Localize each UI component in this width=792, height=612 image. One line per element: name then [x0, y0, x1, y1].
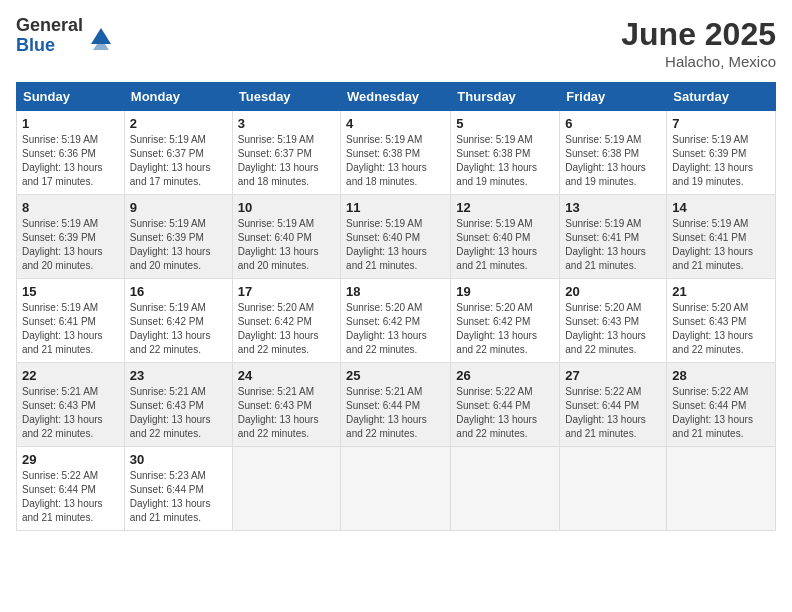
- day-number: 30: [130, 452, 227, 467]
- day-info: Sunrise: 5:19 AM Sunset: 6:42 PM Dayligh…: [130, 301, 227, 357]
- calendar-cell: 26Sunrise: 5:22 AM Sunset: 6:44 PM Dayli…: [451, 363, 560, 447]
- calendar-cell: 17Sunrise: 5:20 AM Sunset: 6:42 PM Dayli…: [232, 279, 340, 363]
- calendar-header-row: SundayMondayTuesdayWednesdayThursdayFrid…: [17, 83, 776, 111]
- calendar-week-row: 1Sunrise: 5:19 AM Sunset: 6:36 PM Daylig…: [17, 111, 776, 195]
- calendar-header-saturday: Saturday: [667, 83, 776, 111]
- calendar-cell: 12Sunrise: 5:19 AM Sunset: 6:40 PM Dayli…: [451, 195, 560, 279]
- calendar-cell: 16Sunrise: 5:19 AM Sunset: 6:42 PM Dayli…: [124, 279, 232, 363]
- calendar-cell: 3Sunrise: 5:19 AM Sunset: 6:37 PM Daylig…: [232, 111, 340, 195]
- day-info: Sunrise: 5:19 AM Sunset: 6:41 PM Dayligh…: [672, 217, 770, 273]
- calendar-cell: 13Sunrise: 5:19 AM Sunset: 6:41 PM Dayli…: [560, 195, 667, 279]
- day-number: 3: [238, 116, 335, 131]
- day-info: Sunrise: 5:20 AM Sunset: 6:42 PM Dayligh…: [238, 301, 335, 357]
- calendar-cell: 9Sunrise: 5:19 AM Sunset: 6:39 PM Daylig…: [124, 195, 232, 279]
- day-info: Sunrise: 5:23 AM Sunset: 6:44 PM Dayligh…: [130, 469, 227, 525]
- calendar-cell: [341, 447, 451, 531]
- day-info: Sunrise: 5:19 AM Sunset: 6:37 PM Dayligh…: [130, 133, 227, 189]
- calendar-cell: 8Sunrise: 5:19 AM Sunset: 6:39 PM Daylig…: [17, 195, 125, 279]
- day-number: 1: [22, 116, 119, 131]
- day-info: Sunrise: 5:21 AM Sunset: 6:43 PM Dayligh…: [130, 385, 227, 441]
- calendar-cell: 10Sunrise: 5:19 AM Sunset: 6:40 PM Dayli…: [232, 195, 340, 279]
- day-number: 21: [672, 284, 770, 299]
- day-number: 6: [565, 116, 661, 131]
- day-number: 18: [346, 284, 445, 299]
- calendar-cell: 11Sunrise: 5:19 AM Sunset: 6:40 PM Dayli…: [341, 195, 451, 279]
- calendar-cell: 27Sunrise: 5:22 AM Sunset: 6:44 PM Dayli…: [560, 363, 667, 447]
- day-info: Sunrise: 5:19 AM Sunset: 6:40 PM Dayligh…: [346, 217, 445, 273]
- day-number: 26: [456, 368, 554, 383]
- calendar-cell: [667, 447, 776, 531]
- day-number: 9: [130, 200, 227, 215]
- calendar-week-row: 8Sunrise: 5:19 AM Sunset: 6:39 PM Daylig…: [17, 195, 776, 279]
- calendar-cell: [232, 447, 340, 531]
- day-number: 14: [672, 200, 770, 215]
- title-block: June 2025 Halacho, Mexico: [621, 16, 776, 70]
- day-info: Sunrise: 5:19 AM Sunset: 6:40 PM Dayligh…: [456, 217, 554, 273]
- day-info: Sunrise: 5:22 AM Sunset: 6:44 PM Dayligh…: [565, 385, 661, 441]
- day-number: 15: [22, 284, 119, 299]
- day-number: 28: [672, 368, 770, 383]
- calendar-cell: 15Sunrise: 5:19 AM Sunset: 6:41 PM Dayli…: [17, 279, 125, 363]
- day-info: Sunrise: 5:19 AM Sunset: 6:41 PM Dayligh…: [22, 301, 119, 357]
- day-info: Sunrise: 5:19 AM Sunset: 6:38 PM Dayligh…: [565, 133, 661, 189]
- calendar-week-row: 29Sunrise: 5:22 AM Sunset: 6:44 PM Dayli…: [17, 447, 776, 531]
- calendar-cell: 6Sunrise: 5:19 AM Sunset: 6:38 PM Daylig…: [560, 111, 667, 195]
- day-number: 8: [22, 200, 119, 215]
- calendar-cell: 20Sunrise: 5:20 AM Sunset: 6:43 PM Dayli…: [560, 279, 667, 363]
- day-number: 19: [456, 284, 554, 299]
- day-info: Sunrise: 5:19 AM Sunset: 6:36 PM Dayligh…: [22, 133, 119, 189]
- calendar-week-row: 22Sunrise: 5:21 AM Sunset: 6:43 PM Dayli…: [17, 363, 776, 447]
- calendar-cell: 18Sunrise: 5:20 AM Sunset: 6:42 PM Dayli…: [341, 279, 451, 363]
- day-info: Sunrise: 5:19 AM Sunset: 6:39 PM Dayligh…: [130, 217, 227, 273]
- day-number: 20: [565, 284, 661, 299]
- day-info: Sunrise: 5:22 AM Sunset: 6:44 PM Dayligh…: [22, 469, 119, 525]
- calendar-cell: 14Sunrise: 5:19 AM Sunset: 6:41 PM Dayli…: [667, 195, 776, 279]
- day-info: Sunrise: 5:21 AM Sunset: 6:43 PM Dayligh…: [238, 385, 335, 441]
- calendar-cell: [560, 447, 667, 531]
- day-info: Sunrise: 5:20 AM Sunset: 6:42 PM Dayligh…: [346, 301, 445, 357]
- day-number: 11: [346, 200, 445, 215]
- day-number: 2: [130, 116, 227, 131]
- day-number: 22: [22, 368, 119, 383]
- month-title: June 2025: [621, 16, 776, 53]
- calendar-cell: 25Sunrise: 5:21 AM Sunset: 6:44 PM Dayli…: [341, 363, 451, 447]
- calendar-cell: 28Sunrise: 5:22 AM Sunset: 6:44 PM Dayli…: [667, 363, 776, 447]
- day-info: Sunrise: 5:19 AM Sunset: 6:39 PM Dayligh…: [22, 217, 119, 273]
- calendar-header-tuesday: Tuesday: [232, 83, 340, 111]
- day-number: 4: [346, 116, 445, 131]
- day-info: Sunrise: 5:19 AM Sunset: 6:37 PM Dayligh…: [238, 133, 335, 189]
- day-info: Sunrise: 5:19 AM Sunset: 6:39 PM Dayligh…: [672, 133, 770, 189]
- day-info: Sunrise: 5:21 AM Sunset: 6:44 PM Dayligh…: [346, 385, 445, 441]
- day-info: Sunrise: 5:20 AM Sunset: 6:42 PM Dayligh…: [456, 301, 554, 357]
- calendar-cell: 5Sunrise: 5:19 AM Sunset: 6:38 PM Daylig…: [451, 111, 560, 195]
- day-number: 7: [672, 116, 770, 131]
- day-number: 16: [130, 284, 227, 299]
- calendar-header-thursday: Thursday: [451, 83, 560, 111]
- calendar-cell: 19Sunrise: 5:20 AM Sunset: 6:42 PM Dayli…: [451, 279, 560, 363]
- day-number: 17: [238, 284, 335, 299]
- day-number: 25: [346, 368, 445, 383]
- calendar-cell: 1Sunrise: 5:19 AM Sunset: 6:36 PM Daylig…: [17, 111, 125, 195]
- calendar-cell: 24Sunrise: 5:21 AM Sunset: 6:43 PM Dayli…: [232, 363, 340, 447]
- day-info: Sunrise: 5:19 AM Sunset: 6:38 PM Dayligh…: [346, 133, 445, 189]
- calendar-cell: 22Sunrise: 5:21 AM Sunset: 6:43 PM Dayli…: [17, 363, 125, 447]
- day-info: Sunrise: 5:19 AM Sunset: 6:38 PM Dayligh…: [456, 133, 554, 189]
- calendar-header-friday: Friday: [560, 83, 667, 111]
- day-number: 12: [456, 200, 554, 215]
- svg-marker-1: [93, 44, 109, 50]
- calendar-header-sunday: Sunday: [17, 83, 125, 111]
- calendar-cell: 23Sunrise: 5:21 AM Sunset: 6:43 PM Dayli…: [124, 363, 232, 447]
- logo-blue-text: Blue: [16, 36, 83, 56]
- calendar-header-monday: Monday: [124, 83, 232, 111]
- calendar-table: SundayMondayTuesdayWednesdayThursdayFrid…: [16, 82, 776, 531]
- day-number: 23: [130, 368, 227, 383]
- day-number: 13: [565, 200, 661, 215]
- calendar-cell: 29Sunrise: 5:22 AM Sunset: 6:44 PM Dayli…: [17, 447, 125, 531]
- day-info: Sunrise: 5:21 AM Sunset: 6:43 PM Dayligh…: [22, 385, 119, 441]
- svg-marker-0: [91, 28, 111, 44]
- day-number: 5: [456, 116, 554, 131]
- day-info: Sunrise: 5:19 AM Sunset: 6:41 PM Dayligh…: [565, 217, 661, 273]
- calendar-cell: [451, 447, 560, 531]
- location: Halacho, Mexico: [621, 53, 776, 70]
- logo-general-text: General: [16, 16, 83, 36]
